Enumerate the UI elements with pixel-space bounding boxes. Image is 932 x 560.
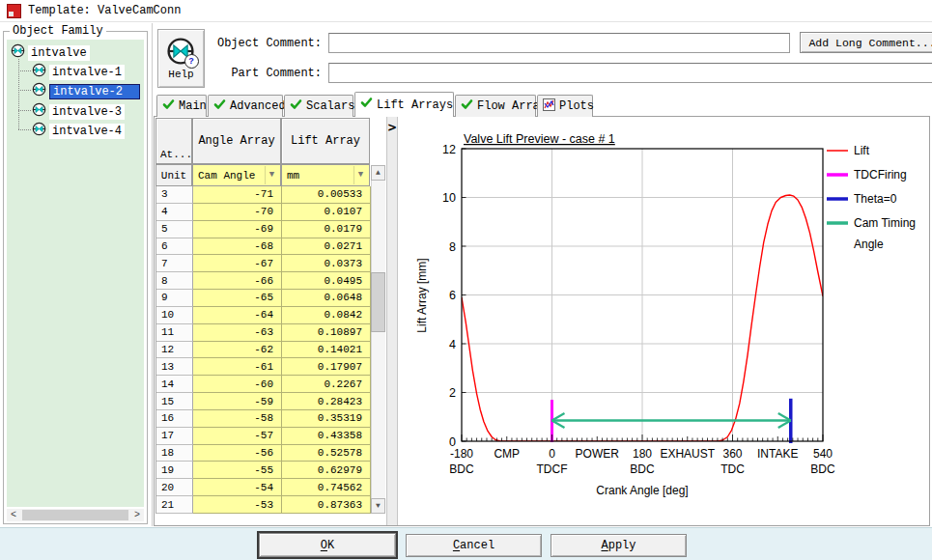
hscroll-thumb[interactable]	[22, 510, 128, 520]
object-comment-field[interactable]	[328, 33, 790, 53]
row-number: 13	[156, 358, 193, 376]
angle-unit-select[interactable]: Cam Angle ▼	[192, 164, 281, 186]
valve-icon	[32, 63, 46, 81]
tree-item-intvalve-1[interactable]: intvalve-1	[32, 63, 125, 81]
vscroll-thumb[interactable]	[371, 272, 385, 332]
y-tick-label: 10	[442, 191, 456, 205]
lift-cell[interactable]: 0.43358	[282, 428, 371, 445]
angle-cell[interactable]: -58	[193, 410, 282, 428]
scroll-right-button[interactable]: >	[130, 509, 144, 521]
angle-cell[interactable]: -56	[193, 445, 282, 462]
tab-plots[interactable]: Plots	[537, 95, 593, 117]
angle-cell[interactable]: -68	[193, 238, 282, 256]
tree-item-intvalve-2[interactable]: intvalve-2	[32, 82, 140, 100]
y-tick-label: 4	[449, 338, 456, 351]
lift-cell[interactable]: 0.62979	[282, 462, 371, 479]
tree-item-label: intvalve-2	[49, 84, 140, 99]
tab-label: Lift Arrays	[377, 98, 453, 112]
lift-cell[interactable]: 0.35319	[282, 410, 371, 428]
tree-connector	[18, 90, 31, 91]
lift-cell[interactable]: 0.2267	[282, 376, 371, 393]
y-tick-label: 12	[442, 143, 456, 156]
add-long-comment-button[interactable]: Add Long Comment...	[800, 32, 932, 53]
scroll-left-button[interactable]: <	[7, 509, 20, 521]
row-number: 5	[156, 221, 193, 238]
ok-button[interactable]: OK	[259, 533, 396, 557]
tab-lift-arrays[interactable]: Lift Arrays	[354, 92, 454, 117]
angle-cell[interactable]: -65	[193, 290, 282, 307]
lift-unit-select[interactable]: mm ▼	[281, 164, 370, 186]
row-number: 15	[156, 393, 193, 410]
lift-cell[interactable]: 0.0107	[282, 204, 371, 221]
angle-cell[interactable]: -62	[193, 342, 282, 359]
tab-flow-arrays[interactable]: Flow Arrays	[455, 95, 536, 117]
lift-cell[interactable]: 0.0648	[282, 290, 371, 307]
tab-advanced[interactable]: Advanced	[208, 95, 283, 117]
lift-cell[interactable]: 0.0179	[282, 221, 371, 238]
y-axis-title: Lift Array [mm]	[415, 258, 429, 332]
check-icon	[290, 98, 302, 115]
row-number: 20	[156, 479, 193, 496]
angle-cell[interactable]: -61	[193, 358, 282, 376]
lift-cell[interactable]: 0.87363	[282, 496, 371, 514]
lift-cell[interactable]: 0.17907	[282, 358, 371, 376]
scroll-up-button[interactable]: ▲	[371, 165, 385, 181]
help-button[interactable]: ? Help	[157, 29, 205, 88]
tab-label: Plots	[559, 99, 594, 113]
sidebar-divider	[152, 23, 153, 526]
lift-cell[interactable]: 0.52578	[282, 445, 371, 462]
row-number: 19	[156, 462, 193, 479]
x-tick-sublabel: BDC	[449, 462, 474, 476]
tree-item-intvalve-4[interactable]: intvalve-4	[32, 122, 125, 140]
row-number: 4	[156, 204, 193, 221]
row-number: 3	[156, 186, 193, 204]
lift-cell[interactable]: 0.0271	[282, 238, 371, 256]
angle-cell[interactable]: -66	[193, 272, 282, 290]
angle-cell[interactable]: -57	[193, 428, 282, 445]
table-vscrollbar[interactable]	[371, 181, 385, 498]
lift-cell[interactable]: 0.10897	[282, 324, 371, 342]
angle-cell[interactable]: -63	[193, 324, 282, 342]
angle-cell[interactable]: -59	[193, 393, 282, 410]
angle-cell[interactable]: -53	[193, 496, 282, 514]
attr-column-header[interactable]: At...	[155, 118, 192, 164]
expand-right-icon[interactable]: >	[387, 121, 397, 134]
angle-cell[interactable]: -55	[193, 462, 282, 479]
lift-array-column-header[interactable]: Lift Array	[281, 118, 370, 164]
tree-item-intvalve-3[interactable]: intvalve-3	[32, 102, 125, 121]
unit-row-label: Unit	[155, 164, 192, 186]
x-tick-label: 360	[722, 447, 742, 461]
lift-cell[interactable]: 0.74562	[282, 479, 371, 496]
angle-cell[interactable]: -70	[193, 204, 282, 221]
scroll-down-button[interactable]: ▼	[371, 498, 385, 514]
angle-cell[interactable]: -71	[193, 186, 282, 204]
lift-cell[interactable]: 0.28423	[282, 393, 371, 410]
valve-help-icon: ?	[166, 37, 197, 68]
lift-cell[interactable]: 0.0842	[282, 307, 371, 324]
apply-button[interactable]: Apply	[551, 534, 687, 557]
angle-cell[interactable]: -54	[193, 479, 282, 496]
phase-label: INTAKE	[757, 447, 798, 461]
sidebar-hscrollbar[interactable]: < >	[7, 509, 144, 521]
row-number: 10	[156, 307, 193, 324]
tab-main[interactable]: Main	[156, 95, 207, 117]
lift-cell[interactable]: 0.14021	[282, 342, 371, 359]
angle-cell[interactable]: -60	[193, 376, 282, 393]
part-comment-field[interactable]	[328, 63, 932, 83]
y-tick-label: 6	[449, 289, 456, 302]
angle-array-column-header[interactable]: Angle Array	[192, 118, 281, 164]
angle-cell[interactable]: -69	[193, 221, 282, 238]
cancel-button[interactable]: Cancel	[406, 534, 542, 557]
lift-cell[interactable]: 0.0373	[282, 255, 371, 272]
panel-splitter[interactable]: >	[386, 117, 398, 525]
lift-cell[interactable]: 0.00533	[282, 186, 371, 204]
tab-scalars[interactable]: Scalars	[284, 95, 353, 117]
lift-cell[interactable]: 0.0495	[282, 272, 371, 290]
tree-connector	[18, 70, 31, 71]
tree-item-intvalve[interactable]: intvalve	[11, 43, 90, 62]
object-family-label: Object Family	[10, 24, 106, 38]
angle-cell[interactable]: -64	[193, 307, 282, 324]
x-tick-label: 540	[813, 447, 833, 461]
angle-cell[interactable]: -67	[193, 255, 282, 272]
y-tick-label: 2	[449, 386, 456, 400]
